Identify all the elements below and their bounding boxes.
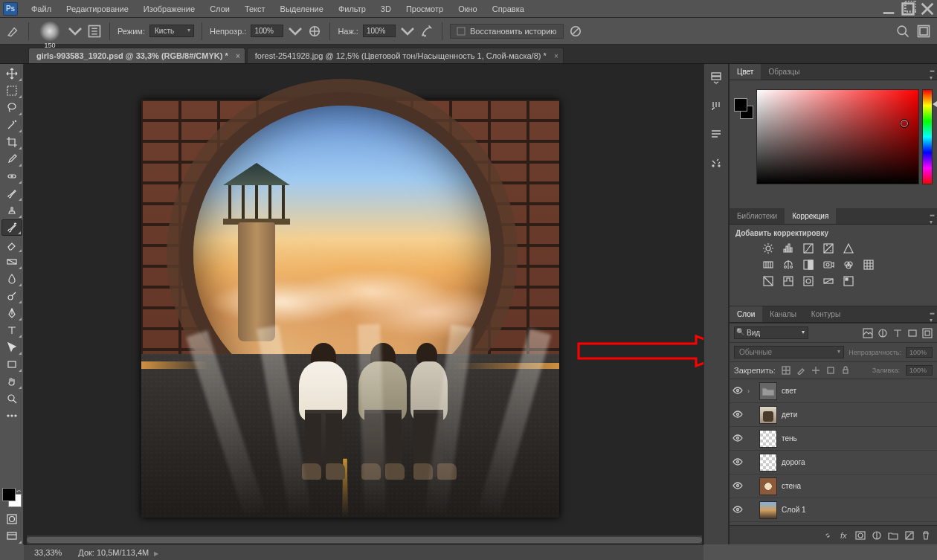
channel-mixer-icon[interactable]: [841, 258, 856, 271]
airbrush-icon[interactable]: [419, 24, 434, 39]
menu-help[interactable]: Справка: [485, 1, 532, 16]
healing-brush-tool[interactable]: [1, 168, 22, 184]
foreground-color[interactable]: [2, 488, 16, 501]
layer-name[interactable]: дети: [782, 411, 797, 419]
menu-edit[interactable]: Редактирование: [59, 1, 136, 16]
new-layer-icon[interactable]: [904, 530, 915, 541]
panel-menu-icon[interactable]: ▪▪▪▾: [930, 212, 934, 225]
layer-row[interactable]: дети: [730, 403, 937, 427]
invert-icon[interactable]: [761, 274, 776, 288]
crop-tool[interactable]: [1, 134, 22, 150]
link-layers-icon[interactable]: [822, 530, 833, 541]
menu-image[interactable]: Изображение: [136, 1, 202, 16]
workspace-switcher-icon[interactable]: [916, 24, 931, 39]
tab-paths[interactable]: Контуры: [804, 306, 848, 322]
brightness-contrast-icon[interactable]: [761, 242, 776, 255]
gradient-tool[interactable]: [1, 254, 22, 270]
layer-visibility-icon[interactable]: [732, 482, 743, 491]
layer-visibility-icon[interactable]: [732, 506, 743, 515]
tab-layers[interactable]: Слои: [730, 306, 762, 322]
layer-row[interactable]: Слой 1: [730, 498, 937, 522]
brush-picker-dropdown-icon[interactable]: [68, 24, 83, 39]
menu-text[interactable]: Текст: [237, 1, 273, 16]
vibrance-icon[interactable]: [841, 242, 856, 255]
layer-name[interactable]: тень: [782, 434, 797, 442]
horizontal-scrollbar[interactable]: [27, 535, 702, 544]
zoom-tool[interactable]: [1, 390, 22, 407]
menu-layers[interactable]: Слои: [202, 1, 237, 16]
tab-active-document[interactable]: girls-993583_1920.psd @ 33,3% (RGB/8#/CM…: [28, 48, 245, 63]
blend-mode-select[interactable]: Обычные: [734, 346, 844, 358]
menu-select[interactable]: Выделение: [273, 1, 331, 16]
pressure-opacity-icon[interactable]: [307, 24, 322, 39]
menu-view[interactable]: Просмотр: [399, 1, 451, 16]
clone-stamp-tool[interactable]: [1, 202, 22, 219]
close-icon[interactable]: ×: [554, 52, 558, 60]
pen-tool[interactable]: [1, 305, 22, 321]
color-fgbg-swatch[interactable]: [734, 85, 753, 204]
hue-sat-icon[interactable]: [761, 258, 776, 271]
brush-tool[interactable]: [1, 185, 22, 202]
filter-smart-icon[interactable]: [922, 328, 933, 338]
delete-layer-icon[interactable]: [921, 530, 931, 541]
layer-row[interactable]: ›свет: [730, 379, 937, 403]
color-balance-icon[interactable]: [781, 258, 796, 271]
layer-name[interactable]: дорога: [782, 458, 805, 466]
layer-thumbnail[interactable]: [759, 430, 777, 448]
close-icon[interactable]: ×: [236, 52, 240, 60]
hand-tool[interactable]: [1, 373, 22, 390]
filter-type-icon[interactable]: [892, 328, 903, 338]
tab-inactive-document[interactable]: forest-2541928.jpg @ 12,5% (Цветовой тон…: [247, 48, 564, 63]
search-icon[interactable]: [895, 24, 910, 39]
color-field[interactable]: [756, 89, 919, 184]
brush-preview[interactable]: 150: [39, 21, 60, 42]
color-lookup-icon[interactable]: [861, 258, 876, 271]
quick-mask-icon[interactable]: [1, 511, 22, 527]
magic-wand-tool[interactable]: [1, 117, 22, 133]
lock-transparency-icon[interactable]: [782, 366, 791, 375]
threshold-icon[interactable]: [801, 274, 816, 288]
lock-all-icon[interactable]: [841, 366, 850, 375]
fill-input[interactable]: 100%: [906, 365, 933, 376]
lock-position-icon[interactable]: [811, 366, 820, 375]
tab-libraries[interactable]: Библиотеки: [730, 208, 785, 224]
panel-menu-icon[interactable]: ▪▪▪▾: [930, 310, 934, 324]
move-tool[interactable]: [1, 65, 22, 82]
window-close-button[interactable]: [919, 2, 936, 16]
marquee-tool[interactable]: [1, 83, 22, 99]
layer-expand-icon[interactable]: ›: [747, 387, 755, 395]
layer-name[interactable]: стена: [782, 482, 801, 490]
tab-swatches[interactable]: Образцы: [761, 64, 807, 80]
tool-preset-icon[interactable]: [6, 24, 21, 39]
canvas-area[interactable]: [24, 64, 703, 544]
dodge-tool[interactable]: [1, 288, 22, 304]
hue-slider[interactable]: [922, 89, 933, 184]
toolbox-more-icon[interactable]: [1, 408, 22, 424]
flow-dropdown-icon[interactable]: [400, 24, 415, 39]
layer-mask-icon[interactable]: [855, 530, 866, 541]
filter-pixel-icon[interactable]: [863, 328, 873, 338]
history-source-checkbox[interactable]: Восстановить историю: [450, 24, 564, 39]
brushes-panel-icon[interactable]: [708, 98, 724, 115]
layer-visibility-icon[interactable]: [732, 458, 743, 467]
filter-adjust-icon[interactable]: [878, 328, 888, 338]
lock-pixels-icon[interactable]: [796, 366, 805, 375]
opacity-dropdown-icon[interactable]: [288, 24, 303, 39]
layer-thumbnail[interactable]: [759, 501, 777, 519]
menu-3d[interactable]: 3D: [373, 1, 399, 16]
blend-mode-select[interactable]: Кисть: [149, 25, 194, 37]
screen-mode-icon[interactable]: [1, 528, 22, 544]
paragraph-panel-icon[interactable]: [708, 126, 724, 143]
tab-channels[interactable]: Каналы: [762, 306, 804, 322]
new-group-icon[interactable]: [888, 530, 898, 541]
layer-visibility-icon[interactable]: [732, 434, 743, 443]
layer-visibility-icon[interactable]: [732, 411, 743, 419]
layer-row[interactable]: дорога: [730, 451, 937, 474]
layer-name[interactable]: свет: [782, 387, 796, 395]
exposure-icon[interactable]: [821, 242, 836, 255]
hue-slider-thumb[interactable]: [933, 101, 937, 107]
flow-input[interactable]: 100%: [363, 25, 396, 37]
document-canvas[interactable]: [141, 100, 559, 518]
curves-icon[interactable]: [801, 242, 816, 255]
layer-thumbnail[interactable]: [759, 477, 777, 495]
